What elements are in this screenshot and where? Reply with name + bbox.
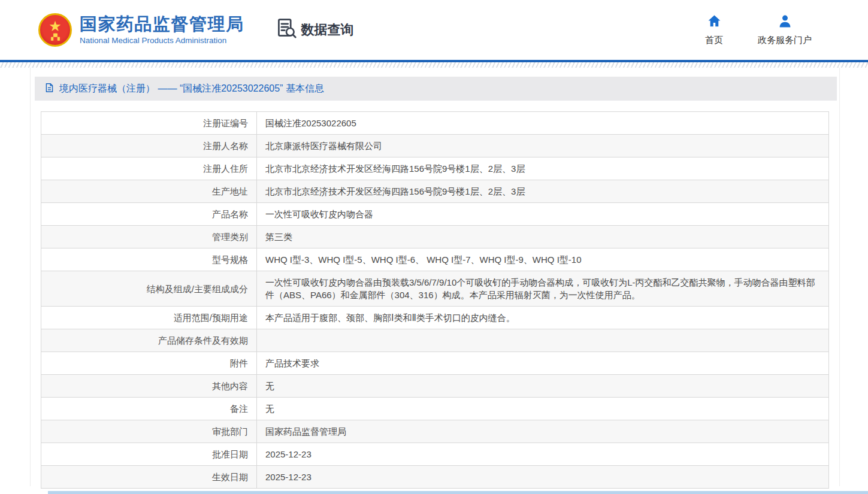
row-value: 国家药品监督管理局: [257, 420, 829, 443]
info-table-body: 注册证编号 国械注准20253022605 注册人名称 北京康派特医疗器械有限公…: [41, 112, 829, 489]
table-row: 结构及组成/主要组成成分 一次性可吸收钉皮内吻合器由预装载3/5/6/7/9/1…: [41, 271, 829, 307]
row-value: 2025-12-23: [257, 466, 829, 489]
nav-home[interactable]: 首页: [705, 14, 723, 46]
row-label: 适用范围/预期用途: [41, 307, 257, 329]
bottom-strip: [48, 491, 868, 494]
row-value: 第三类: [257, 226, 829, 248]
nav-home-label: 首页: [705, 35, 723, 46]
site-subtitle: National Medical Products Administration: [80, 36, 244, 45]
row-label: 注册证编号: [41, 112, 257, 135]
content-card: 境内医疗器械（注册） —— “国械注准20253022605” 基本信息 注册证…: [30, 68, 840, 486]
document-search-icon: [276, 17, 297, 43]
table-row: 适用范围/预期用途 本产品适用于腹部、颈部、胸部Ⅰ类和Ⅱ类手术切口的皮内缝合。: [41, 307, 829, 329]
row-value: 2025-12-23: [257, 443, 829, 466]
row-label: 注册人名称: [41, 135, 257, 157]
info-table: 注册证编号 国械注准20253022605 注册人名称 北京康派特医疗器械有限公…: [41, 111, 829, 489]
row-label: 结构及组成/主要组成成分: [41, 271, 257, 307]
row-label: 备注: [41, 398, 257, 420]
data-query-link[interactable]: 数据查询: [276, 17, 354, 43]
row-label: 审批部门: [41, 420, 257, 443]
home-icon: [707, 14, 722, 31]
user-icon: [778, 14, 793, 31]
table-row: 产品储存条件及有效期: [41, 329, 829, 352]
table-row: 型号规格 WHQ I型-3、WHQ I型-5、WHQ I型-6、 WHQ I型-…: [41, 248, 829, 271]
table-row: 注册证编号 国械注准20253022605: [41, 112, 829, 135]
row-value: 产品技术要求: [257, 352, 829, 375]
row-value: 一次性可吸收钉皮内吻合器由预装载3/5/6/7/9/10个可吸收钉的手动吻合器构…: [257, 271, 829, 307]
row-value: WHQ I型-3、WHQ I型-5、WHQ I型-6、 WHQ I型-7、WHQ…: [257, 248, 829, 271]
table-row: 注册人名称 北京康派特医疗器械有限公司: [41, 135, 829, 157]
table-row: 产品名称 一次性可吸收钉皮内吻合器: [41, 203, 829, 226]
row-value: 一次性可吸收钉皮内吻合器: [257, 203, 829, 226]
row-label: 其他内容: [41, 375, 257, 398]
table-row: 生产地址 北京市北京经济技术开发区经海四路156号院9号楼1层、2层、3层: [41, 180, 829, 203]
row-label: 管理类别: [41, 226, 257, 248]
row-label: 产品储存条件及有效期: [41, 329, 257, 352]
row-label: 产品名称: [41, 203, 257, 226]
data-query-label: 数据查询: [301, 21, 354, 39]
row-value: 无: [257, 375, 829, 398]
row-label: 批准日期: [41, 443, 257, 466]
row-value: 北京市北京经济技术开发区经海四路156号院9号楼1层、2层、3层: [257, 157, 829, 180]
row-value: 北京市北京经济技术开发区经海四路156号院9号楼1层、2层、3层: [257, 180, 829, 203]
national-emblem-icon: ★ ▞▚: [38, 13, 72, 47]
table-row: 附件 产品技术要求: [41, 352, 829, 375]
row-label: 生效日期: [41, 466, 257, 489]
hatch-band: [0, 62, 868, 68]
nav-portal[interactable]: 政务服务门户: [758, 14, 812, 46]
site-logo[interactable]: ★ ▞▚ 国家药品监督管理局 National Medical Products…: [38, 13, 244, 47]
table-row: 其他内容 无: [41, 375, 829, 398]
table-row: 注册人住所 北京市北京经济技术开发区经海四路156号院9号楼1层、2层、3层: [41, 157, 829, 180]
table-row: 备注 无: [41, 398, 829, 420]
site-header: ★ ▞▚ 国家药品监督管理局 National Medical Products…: [0, 0, 868, 60]
row-label: 注册人住所: [41, 157, 257, 180]
row-value: [257, 329, 829, 352]
row-value: 北京康派特医疗器械有限公司: [257, 135, 829, 157]
table-row: 管理类别 第三类: [41, 226, 829, 248]
table-row: 审批部门 国家药品监督管理局: [41, 420, 829, 443]
table-row: 生效日期 2025-12-23: [41, 466, 829, 489]
nav-portal-label: 政务服务门户: [758, 35, 812, 46]
page-title: 境内医疗器械（注册） —— “国械注准20253022605” 基本信息: [59, 83, 324, 95]
top-navigation: 首页 政务服务门户: [705, 14, 839, 46]
row-value: 国械注准20253022605: [257, 112, 829, 135]
row-label: 生产地址: [41, 180, 257, 203]
row-value: 本产品适用于腹部、颈部、胸部Ⅰ类和Ⅱ类手术切口的皮内缝合。: [257, 307, 829, 329]
row-label: 型号规格: [41, 248, 257, 271]
row-label: 附件: [41, 352, 257, 375]
site-title: 国家药品监督管理局: [80, 15, 244, 34]
breadcrumb: 境内医疗器械（注册） —— “国械注准20253022605” 基本信息: [35, 77, 837, 101]
row-value: 无: [257, 398, 829, 420]
table-row: 批准日期 2025-12-23: [41, 443, 829, 466]
site-title-block: 国家药品监督管理局 National Medical Products Admi…: [80, 15, 244, 46]
document-icon: [44, 83, 55, 95]
